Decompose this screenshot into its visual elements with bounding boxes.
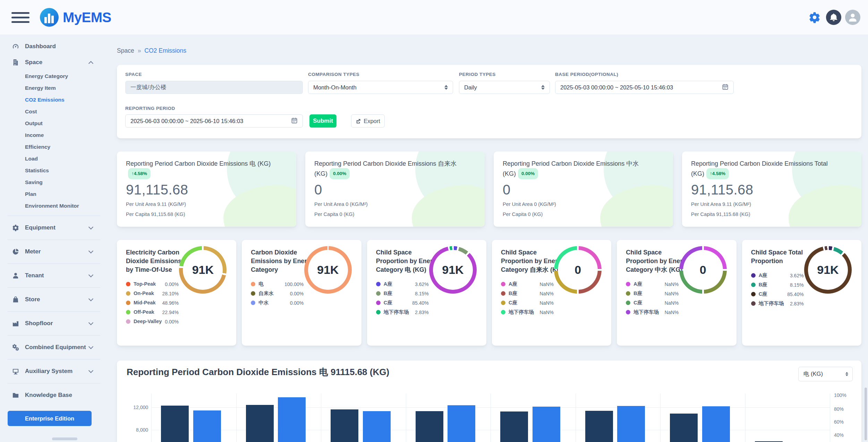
legend-percentage: 3.62%	[415, 281, 429, 287]
sidebar-item-output[interactable]: Output	[12, 118, 105, 129]
donut-legend: A座3.62%B座8.15%C座85.40%地下停车场2.83%	[376, 279, 429, 317]
legend-item: 地下停车场NaN%	[626, 307, 679, 317]
sidebar-item-income[interactable]: Income	[12, 129, 105, 141]
monitor-icon	[12, 368, 19, 375]
base-period-label: BASE PERIOD(OPTIONAL)	[555, 72, 618, 77]
space-input[interactable]: 一度城/办公楼	[125, 81, 303, 94]
notifications-bell-icon[interactable]	[826, 10, 841, 25]
energy-unit-select[interactable]: 电 (KG)	[798, 367, 853, 381]
sidebar-item-label: Efficiency	[25, 144, 50, 150]
legend-color-dot	[376, 282, 381, 286]
per-unit-area-text: Per Unit Area 0 (KG/M²)	[503, 201, 664, 207]
sidebar-item-cost[interactable]: Cost	[12, 106, 105, 118]
sidebar-item-equipment[interactable]: Equipment	[12, 220, 105, 236]
sidebar-item-combined-equipment[interactable]: Combined Equipment	[12, 339, 105, 355]
legend-label: 地下停车场	[633, 309, 665, 315]
per-capita-text: Per Capita 91,115.68 (KG)	[126, 211, 287, 217]
calendar-icon	[722, 84, 729, 92]
emissions-bar-chart-card: Reporting Period Carbon Dioxide Emission…	[117, 361, 861, 442]
per-capita-text: Per Capita 0 (KG)	[503, 211, 664, 217]
legend-item: 中水0.00%	[251, 298, 304, 307]
chevron-up-icon	[88, 61, 93, 66]
calendar-icon	[291, 117, 298, 125]
enterprise-edition-button[interactable]: Enterprise Edition	[8, 411, 92, 426]
legend-item: 电100.00%	[251, 279, 304, 289]
comparison-types-select[interactable]: Month-On-Month	[308, 81, 453, 94]
sidebar-item-energy-category[interactable]: Energy Category	[12, 70, 105, 82]
settings-gear-icon[interactable]	[807, 10, 822, 25]
legend-item: C座85.40%	[376, 298, 429, 307]
legend-item: C座85.40%	[751, 289, 804, 299]
legend-percentage: 2.83%	[790, 301, 804, 306]
breadcrumb-parent: Space	[117, 47, 134, 54]
sidebar-item-meter[interactable]: Meter	[12, 244, 105, 260]
sidebar-item-co2-emissions[interactable]: CO2 Emissions	[12, 94, 105, 106]
legend-label: C座	[759, 291, 788, 297]
donut-ring-chart: 91K	[804, 246, 852, 294]
sidebar-item-store[interactable]: Store	[12, 292, 105, 307]
sidebar-item-dashboard[interactable]: Dashboard	[12, 38, 105, 54]
sidebar-item-environment-monitor[interactable]: Environment Monitor	[12, 200, 105, 212]
legend-percentage: NaN%	[665, 300, 679, 306]
sidebar-item-saving[interactable]: Saving	[12, 176, 105, 188]
sidebar-item-knowledge-base[interactable]: Knowledge Base	[12, 387, 105, 403]
sidebar-item-space[interactable]: Space	[12, 54, 105, 70]
stat-card-title: Reporting Period Carbon Dioxide Emission…	[126, 159, 274, 179]
navbar-actions	[807, 10, 860, 25]
sidebar-divider	[7, 240, 100, 240]
menu-toggle-icon[interactable]	[11, 9, 29, 26]
legend-label: Top-Peak	[134, 281, 165, 287]
sidebar-item-statistics[interactable]: Statistics	[12, 165, 105, 176]
legend-color-dot	[626, 282, 630, 286]
chevron-down-icon	[88, 249, 93, 253]
right-axis-tick-label: 100%	[834, 392, 846, 398]
period-types-select[interactable]: Daily	[459, 81, 550, 94]
legend-color-dot	[126, 310, 130, 314]
legend-percentage: NaN%	[665, 281, 679, 287]
sidebar-item-auxiliary-system[interactable]: Auxiliary System	[12, 363, 105, 379]
sidebar-item-label: Dashboard	[25, 43, 56, 50]
breadcrumb-current[interactable]: CO2 Emissions	[144, 47, 186, 54]
legend-color-dot	[126, 301, 130, 305]
comparison-types-label: COMPARISON TYPES	[308, 72, 359, 77]
sidebar-item-efficiency[interactable]: Efficiency	[12, 141, 105, 153]
export-button[interactable]: Export	[351, 114, 385, 128]
user-avatar-icon[interactable]	[845, 10, 860, 25]
horizontal-scrollbar-thumb[interactable]	[52, 437, 77, 440]
donut-center-value: 91K	[308, 250, 348, 290]
legend-percentage: 0.00%	[165, 281, 179, 287]
reporting-period-input[interactable]: 2025-06-03 00:00:00 ~ 2025-06-10 15:46:0…	[125, 114, 303, 128]
legend-color-dot	[626, 301, 630, 305]
bar-reporting-period	[448, 405, 475, 442]
legend-label: C座	[633, 300, 665, 306]
sidebar-item-tenant[interactable]: Tenant	[12, 268, 105, 284]
sidebar-item-plan[interactable]: Plan	[12, 188, 105, 200]
breadcrumb: Space » CO2 Emissions	[117, 45, 861, 56]
legend-percentage: NaN%	[540, 300, 554, 306]
sidebar-item-label: Tenant	[25, 272, 44, 279]
stat-card-content: Reporting Period Carbon Dioxide Emission…	[503, 159, 664, 217]
vertical-scrollbar-thumb[interactable]	[865, 388, 867, 440]
gridline	[491, 393, 491, 442]
legend-percentage: 100.00%	[284, 281, 304, 287]
submit-button[interactable]: Submit	[309, 114, 337, 128]
legend-label: A座	[633, 281, 665, 287]
sidebar-item-energy-item[interactable]: Energy Item	[12, 82, 105, 94]
sidebar-item-label: Store	[25, 296, 40, 303]
myems-logo[interactable]: MyEMS	[40, 8, 111, 27]
y-axis-tick-label: 8,000	[127, 427, 148, 433]
donut-ring-chart: 91K	[304, 246, 352, 294]
legend-label: A座	[759, 272, 790, 278]
legend-label: A座	[509, 281, 540, 287]
legend-label: 地下停车场	[509, 309, 540, 315]
legend-percentage: NaN%	[665, 291, 679, 296]
sidebar-divider	[7, 216, 100, 216]
sidebar-item-shopfloor[interactable]: Shopfloor	[12, 315, 105, 331]
base-period-input[interactable]: 2025-05-03 00:00:00 ~ 2025-05-10 15:46:0…	[555, 81, 734, 94]
legend-label: B座	[759, 282, 790, 288]
legend-label: 电	[258, 281, 284, 287]
gridline	[830, 393, 830, 442]
legend-label: 中水	[258, 300, 290, 306]
legend-percentage: 2.83%	[415, 310, 429, 315]
sidebar-item-load[interactable]: Load	[12, 153, 105, 165]
